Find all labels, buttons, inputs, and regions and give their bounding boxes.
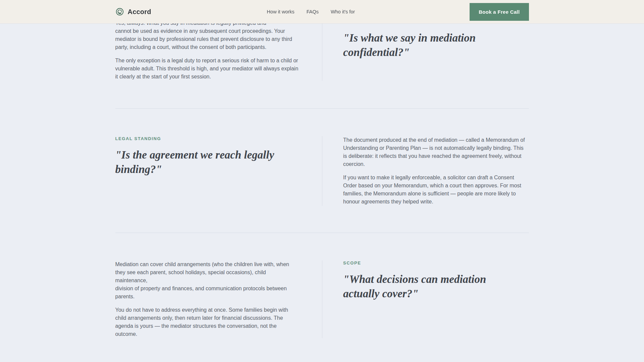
faq-answer-paragraph: If you want to make it legally enforceab… [343,174,529,206]
category-label: LEGAL STANDING [115,136,300,141]
book-free-call-button[interactable]: Book a Free Call [470,3,529,21]
faq-section-scope: Mediation can cover child arrangements (… [115,233,529,338]
nav-item-how-it-works[interactable]: How it works [267,9,294,14]
faq-question: "Is the agreement we reach legally bindi… [115,148,300,177]
faq-answer-paragraph: You do not have to address everything at… [115,306,300,338]
faq-answer-column: Mediation can cover child arrangements (… [115,260,322,338]
rings-logo-icon [115,7,124,16]
faq-question-column: SCOPE "What decisions can mediation actu… [322,260,529,338]
main-nav: How it works FAQs Who it's for [267,9,355,14]
header-container: Accord How it works FAQs Who it's for Bo… [115,0,529,23]
brand-logo[interactable]: Accord [115,7,151,16]
faq-question-column: LEGAL STANDING "Is the agreement we reac… [115,136,322,206]
faq-content: Yes, always. What you say in mediation i… [115,0,529,338]
faq-answer-paragraph: cannot be used as evidence in any subseq… [115,27,300,51]
faq-question: "What decisions can mediation actually c… [343,272,529,301]
brand-name: Accord [128,8,151,16]
nav-item-who-its-for[interactable]: Who it's for [331,9,355,14]
category-label: SCOPE [343,260,529,266]
faq-question-column: "Is what we say in mediation confidentia… [322,19,529,81]
site-header: Accord How it works FAQs Who it's for Bo… [0,0,644,23]
faq-question: "Is what we say in mediation confidentia… [343,31,529,60]
faq-answer-paragraph: The only exception is a legal duty to re… [115,57,300,81]
nav-item-faqs[interactable]: FAQs [307,9,319,14]
faq-answer-paragraph: Mediation can cover child arrangements (… [115,260,300,301]
faq-answer-column: Yes, always. What you say in mediation i… [115,19,322,81]
faq-answer-paragraph: The document produced at the end of medi… [343,136,529,168]
faq-section-confidentiality: Yes, always. What you say in mediation i… [115,19,529,108]
faq-section-legal-standing: LEGAL STANDING "Is the agreement we reac… [115,108,529,233]
faq-answer-column: The document produced at the end of medi… [322,136,529,206]
